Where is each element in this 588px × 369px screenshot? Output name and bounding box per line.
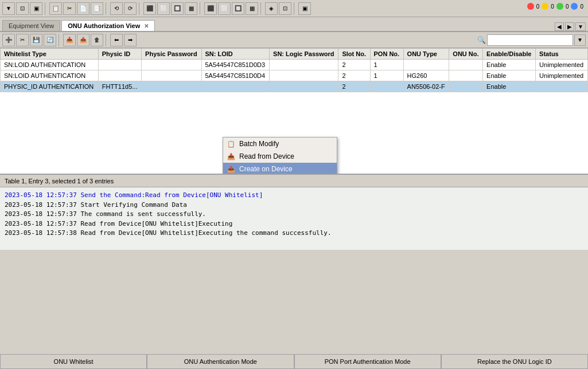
table-cell xyxy=(142,81,201,92)
toolbar2-btn-3[interactable]: 💾 xyxy=(30,34,42,46)
context-item-icon: 📤 xyxy=(227,164,236,174)
toolbar-btn-10[interactable]: ⬛ xyxy=(143,2,156,15)
toolbar-btn-8[interactable]: ⟲ xyxy=(110,2,123,15)
toolbar2-sep-1 xyxy=(59,34,61,46)
col-sn-logic-password: SN: Logic Password xyxy=(270,49,338,60)
toolbar-btn-5[interactable]: ✂ xyxy=(63,2,76,15)
bottom-tab-3[interactable]: Replace the ONU Logic ID xyxy=(441,355,588,369)
toolbar-btn-20[interactable]: ▣ xyxy=(298,2,311,15)
table-cell xyxy=(201,81,270,92)
tab-onu-auth-view[interactable]: ONU Authorization View ✕ xyxy=(61,20,155,31)
tab-equipment-view[interactable]: Equipment View xyxy=(2,20,60,31)
toolbar2-btn-4[interactable]: 🔄 xyxy=(44,34,56,46)
log-area: 2023-05-18 12:57:37 Send the Command:Rea… xyxy=(0,187,588,250)
table-cell xyxy=(270,70,338,81)
light-red xyxy=(527,3,534,10)
toolbar2-btn-6[interactable]: 📤 xyxy=(77,34,89,46)
table-cell xyxy=(536,81,588,92)
toolbar-sep-2 xyxy=(106,2,108,15)
table-cell: Enable xyxy=(483,70,536,81)
table-row[interactable]: SN:LOID AUTHENTICATION5A544547C851D0D421… xyxy=(1,70,588,81)
search-box: 🔍 ▼ xyxy=(477,34,586,46)
table-cell: 5A544547C851D0D4 xyxy=(201,70,270,81)
table-cell: FHTT11d5... xyxy=(98,81,141,92)
col-onu-no: ONU No. xyxy=(449,49,483,60)
toolbar-btn-6[interactable]: 📄 xyxy=(77,2,89,15)
col-status: Status xyxy=(536,49,588,60)
context-menu-item-create-on-device[interactable]: 📤Create on Device xyxy=(223,163,337,174)
toolbar-btn-18[interactable]: ◈ xyxy=(265,2,278,15)
toolbar2: ➕ ✂ 💾 🔄 📥 📤 🗑 ⬅ ➡ 🔍 ▼ xyxy=(0,32,588,48)
toolbar-btn-7[interactable]: 📑 xyxy=(91,2,103,15)
col-physic-id: Physic ID xyxy=(98,49,141,60)
table-cell: AN5506-02-F xyxy=(403,81,449,92)
tab-close-btn[interactable]: ✕ xyxy=(144,23,149,29)
light-yellow-count: 0 xyxy=(551,3,554,10)
toolbar-btn-11[interactable]: ⬜ xyxy=(157,2,170,15)
toolbar-btn-3[interactable]: ▣ xyxy=(30,2,42,15)
toolbar-btn-2[interactable]: ⊡ xyxy=(16,2,29,15)
toolbar-sep-5 xyxy=(260,2,263,15)
tab-nav-prev[interactable]: ◀ xyxy=(555,22,564,31)
table-cell: 2 xyxy=(338,60,370,70)
toolbar-sep-1 xyxy=(45,2,47,15)
table-cell: 2 xyxy=(338,81,370,92)
main-content: Whitelist Type Physic ID Physic Password… xyxy=(0,48,588,250)
col-whitelist-type: Whitelist Type xyxy=(1,49,99,60)
tab-nav-menu[interactable]: ▼ xyxy=(575,22,586,31)
toolbar-btn-19[interactable]: ⊡ xyxy=(279,2,291,15)
table-cell: Unimplemented xyxy=(536,60,588,70)
bottom-tab-2[interactable]: PON Port Authentication Mode xyxy=(294,355,441,369)
log-line: 2023-05-18 12:57:37 Send the Command:Rea… xyxy=(5,191,583,201)
table-cell xyxy=(270,60,338,70)
context-menu-item-batch-modify[interactable]: 📋Batch Modify xyxy=(223,138,337,150)
toolbar-btn-15[interactable]: ⬜ xyxy=(218,2,231,15)
toolbar-btn-16[interactable]: 🔲 xyxy=(232,2,244,15)
table-row[interactable]: PHYSIC_ID AUTHENTICATIONFHTT11d5...2AN55… xyxy=(1,81,588,92)
log-line: 2023-05-18 12:57:38 Read from Device[ONU… xyxy=(5,229,583,238)
table-cell: 2 xyxy=(338,70,370,81)
log-line: 2023-05-18 12:57:37 Read from Device[ONU… xyxy=(5,219,583,229)
toolbar-btn-14[interactable]: ⬛ xyxy=(204,2,217,15)
toolbar-sep-6 xyxy=(294,2,296,15)
col-physic-password: Physic Password xyxy=(142,49,201,60)
table-cell: SN:LOID AUTHENTICATION xyxy=(1,60,99,70)
bottom-tab-1[interactable]: ONU Authentication Mode xyxy=(147,355,294,369)
status-bar: Table 1, Entry 3, selected 1 of 3 entrie… xyxy=(0,174,588,187)
light-yellow xyxy=(542,3,548,10)
table-row[interactable]: SN:LOID AUTHENTICATION5A544547C851D0D321… xyxy=(1,60,588,70)
search-input[interactable] xyxy=(487,34,573,46)
toolbar2-btn-5[interactable]: 📥 xyxy=(63,34,76,46)
toolbar-btn-9[interactable]: ⟳ xyxy=(124,2,137,15)
light-red-count: 0 xyxy=(536,3,540,10)
search-dropdown-btn[interactable]: ▼ xyxy=(574,34,586,46)
toolbar2-btn-8[interactable]: ⬅ xyxy=(110,34,123,46)
context-item-icon: 📋 xyxy=(227,139,236,148)
tab-nav-next[interactable]: ▶ xyxy=(565,22,574,31)
table-cell: SN:LOID AUTHENTICATION xyxy=(1,70,99,81)
toolbar2-btn-7[interactable]: 🗑 xyxy=(91,34,103,46)
toolbar-btn-17[interactable]: ▦ xyxy=(246,2,258,15)
toolbar2-sep-2 xyxy=(106,34,108,46)
context-menu: 📋Batch Modify📥Read from Device📤Create on… xyxy=(223,137,337,174)
context-item-label: Read from Device xyxy=(239,152,294,160)
col-slot-no: Slot No. xyxy=(338,49,370,60)
table-cell: Enable xyxy=(483,81,536,92)
context-menu-item-read-from-device[interactable]: 📥Read from Device xyxy=(223,150,337,163)
table-cell: 1 xyxy=(370,60,403,70)
toolbar-btn-1[interactable]: ▼ xyxy=(2,2,15,15)
toolbar-btn-13[interactable]: ▦ xyxy=(185,2,197,15)
toolbar2-btn-2[interactable]: ✂ xyxy=(16,34,29,46)
toolbar2-btn-9[interactable]: ➡ xyxy=(124,34,137,46)
log-line: 2023-05-18 12:57:37 The command is sent … xyxy=(5,210,583,219)
bottom-tab-0[interactable]: ONU Whitelist xyxy=(0,355,147,369)
toolbar-btn-4[interactable]: 📋 xyxy=(49,2,62,15)
toolbar2-btn-1[interactable]: ➕ xyxy=(2,34,15,46)
light-green xyxy=(556,3,563,10)
table-cell xyxy=(403,60,449,70)
table-cell: 5A544547C851D0D3 xyxy=(201,60,270,70)
table-cell xyxy=(270,81,338,92)
context-item-label: Create on Device xyxy=(239,165,293,173)
light-green-count: 0 xyxy=(566,3,569,10)
toolbar-btn-12[interactable]: 🔲 xyxy=(171,2,184,15)
